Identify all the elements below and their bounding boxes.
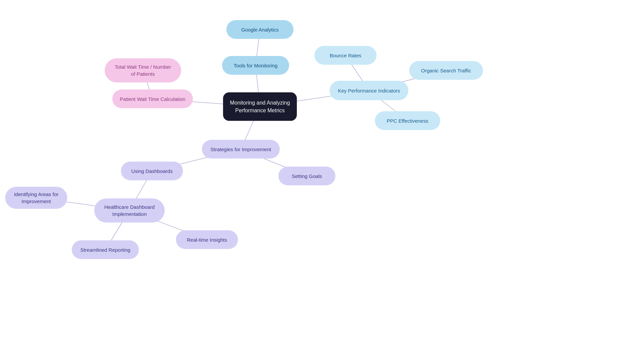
node-streamlined-reporting[interactable]: Streamlined Reporting (72, 240, 139, 259)
node-center[interactable]: Monitoring and Analyzing Performance Met… (223, 93, 297, 121)
setting-goals-label: Setting Goals (292, 173, 322, 180)
identifying-areas-label: Identifying Areas for Improvement (13, 191, 60, 205)
strategies-label: Strategies for Improvement (211, 146, 271, 153)
node-google-analytics[interactable]: Google Analytics (226, 20, 293, 39)
node-center-label: Monitoring and Analyzing Performance Met… (230, 99, 290, 114)
node-using-dashboards[interactable]: Using Dashboards (121, 162, 183, 180)
total-wait-time-label: Total Wait Time / Number of Patients (112, 63, 174, 77)
node-strategies[interactable]: Strategies for Improvement (202, 140, 280, 159)
node-patient-wait-time[interactable]: Patient Wait Time Calculation (112, 89, 193, 108)
node-organic-search[interactable]: Organic Search Traffic (409, 61, 483, 80)
patient-wait-time-label: Patient Wait Time Calculation (120, 96, 185, 103)
node-key-performance[interactable]: Key Performance Indicators (330, 81, 409, 100)
node-identifying-areas[interactable]: Identifying Areas for Improvement (5, 187, 67, 209)
streamlined-reporting-label: Streamlined Reporting (80, 246, 130, 253)
healthcare-dashboard-label: Healthcare Dashboard Implementation (102, 203, 157, 218)
node-bounce-rates[interactable]: Bounce Rates (315, 46, 377, 65)
node-setting-goals[interactable]: Setting Goals (278, 167, 335, 185)
bounce-rates-label: Bounce Rates (330, 52, 361, 59)
real-time-insights-label: Real-time Insights (187, 236, 227, 243)
organic-search-label: Organic Search Traffic (421, 67, 471, 74)
ppc-effectiveness-label: PPC Effectiveness (387, 117, 428, 124)
node-healthcare-dashboard[interactable]: Healthcare Dashboard Implementation (94, 198, 165, 223)
node-total-wait-time[interactable]: Total Wait Time / Number of Patients (105, 58, 181, 82)
tools-for-monitoring-label: Tools for Monitoring (234, 62, 278, 69)
mind-map: Monitoring and Analyzing Performance Met… (0, 0, 644, 363)
key-performance-label: Key Performance Indicators (338, 87, 400, 94)
node-tools-for-monitoring[interactable]: Tools for Monitoring (222, 56, 289, 75)
google-analytics-label: Google Analytics (241, 26, 279, 33)
node-ppc-effectiveness[interactable]: PPC Effectiveness (375, 111, 440, 130)
node-real-time-insights[interactable]: Real-time Insights (176, 230, 238, 249)
using-dashboards-label: Using Dashboards (131, 168, 172, 175)
